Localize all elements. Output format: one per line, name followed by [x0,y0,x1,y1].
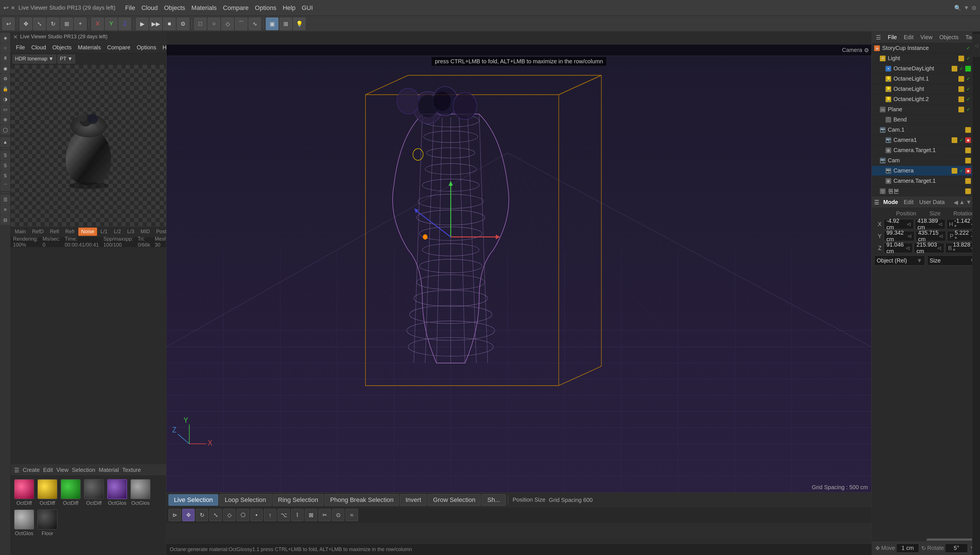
mat-item-5[interactable]: OctGlos [130,479,151,506]
mat-create-btn[interactable]: Create [23,467,40,473]
mat-edit-btn[interactable]: Edit [43,467,53,473]
object-rel-dropdown[interactable]: Object (Rel) ▼ [874,255,925,266]
tc-camera-ctrl[interactable]: ◉ [965,137,971,143]
tc-check-ol1[interactable]: ✓ [965,76,971,82]
size-z-field[interactable]: 215.903 cm ⊲ [914,243,944,253]
size-x-field[interactable]: 418.389 cm ⊲ [915,219,945,229]
props-arrow-up[interactable]: ▲ [959,199,965,206]
tool-bevel-icon[interactable]: ⌥ [277,509,290,521]
tool-smooth-icon[interactable]: ≈ [346,509,358,521]
tool-magnet-icon[interactable]: ⊙ [332,509,345,521]
sphere-btn[interactable]: ○ [208,18,220,30]
mat-item-3[interactable]: OctDiff [84,479,104,506]
tc-green-dl[interactable] [965,66,971,72]
undo-icon[interactable]: ↩ [3,4,8,12]
sidebar-layer2-btn[interactable]: ≡ [0,205,10,215]
edge-btn-1[interactable]: ◁ [973,34,980,57]
sidebar-s2-btn[interactable]: S [0,161,10,170]
tc-check-dl[interactable]: ✓ [958,66,964,72]
ring-selection-btn[interactable]: Ring Selection [273,494,324,505]
tree-item-octanelight1[interactable]: 💡 OctaneLight.1 ✓ [872,74,980,84]
sidebar-lock-btn[interactable]: 🔒 [0,84,10,94]
mat-item-2[interactable]: OctDiff [61,479,80,506]
tc-check-si[interactable]: ✓ [965,45,971,51]
tool-poly-icon[interactable]: ◇ [223,509,236,521]
transform-btn[interactable]: ⊞ [61,18,73,30]
cube-btn[interactable]: □ [194,18,207,30]
tree-item-light[interactable]: ☀ Light ✓ [872,53,980,64]
props-hamburger-icon[interactable]: ☰ [874,199,879,206]
rph-view[interactable]: View [919,34,934,41]
viewport-canvas[interactable]: X Y Z Grid Spacing : 500 cm [167,56,871,492]
footer-rotate-input[interactable]: 5° [945,544,968,553]
tool-bridge-icon[interactable]: ⌇ [291,509,303,521]
app-close-icon[interactable]: ✕ [11,5,15,11]
rph-edit[interactable]: Edit [902,34,915,41]
tree-item-camera[interactable]: 📷 Camera ✓ ◉ ⊕ [872,166,980,176]
sidebar-s3-btn[interactable]: S [0,171,10,181]
tree-item-cam[interactable]: 📷 Cam ✓ [872,156,980,166]
invert-btn[interactable]: Invert [400,494,427,505]
menu-options[interactable]: Options [252,3,279,13]
live-selection-btn[interactable]: Live Selection [168,494,218,505]
render-btn[interactable]: ▶ [136,18,148,30]
tc-yellow-cam1[interactable] [965,127,971,133]
menu-gui[interactable]: GUI [299,3,316,13]
tree-item-bend[interactable]: ⌒ Bend [872,115,980,125]
search-icon[interactable]: 🔍 [954,5,961,11]
props-tab-userdata[interactable]: User Data [917,198,946,206]
tool-vertex-icon[interactable]: • [250,509,263,521]
mat-selection-btn[interactable]: Selection [72,467,95,473]
octane-close-icon[interactable]: ✕ [13,34,18,40]
stop-btn[interactable]: ■ [163,18,176,30]
viewport[interactable]: Camera ⚙ press CTRL+LMB to fold, ALT+LMB… [166,44,872,492]
rotate-tool-btn[interactable]: ↻ [47,18,59,30]
tc-check-camera1[interactable]: ✓ [958,137,964,143]
tool-knife-icon[interactable]: ✂ [318,509,331,521]
sidebar-freeform-btn[interactable]: ◯ [0,125,10,135]
scale-tool-btn[interactable]: ⤡ [33,18,46,30]
menu-materials[interactable]: Materials [189,3,220,13]
tc-yellow-ol1[interactable] [958,76,964,82]
rph-objects[interactable]: Objects [938,34,961,41]
oct-menu-materials[interactable]: Materials [75,43,104,52]
tc-yellow-light[interactable] [958,56,964,61]
tool-rotate-icon[interactable]: ↻ [196,509,208,521]
select-btn[interactable]: ▣ [266,18,278,30]
tree-item-camtarget1[interactable]: ⊕ Camera.Target.1 ✓ [872,145,980,156]
pos-z-field[interactable]: 91.046 cm ⊲ [884,243,913,253]
oct-menu-compare[interactable]: Compare [104,43,133,52]
tc-check-ol2[interactable]: ✓ [965,96,971,102]
z-axis-btn[interactable]: Z [119,18,131,30]
sidebar-bend-btn[interactable]: ⌒ [0,181,10,191]
tc-check-plane[interactable]: ✓ [965,107,971,112]
oct-tab-l2[interactable]: L/2 [111,228,124,236]
grow-selection-btn[interactable]: Grow Selection [428,494,481,505]
pos-x-field[interactable]: -4.92 cm ⊲ [884,219,914,229]
sidebar-select2-btn[interactable]: ⊕ [0,115,10,124]
size-dropdown[interactable]: Size ▼ [927,255,978,266]
sidebar-obj-btn[interactable]: ○ [0,43,10,53]
tree-item-cam1[interactable]: 📷 Cam.1 ✓ [872,125,980,135]
tree-item-octanelight[interactable]: 💡 OctaneLight ✓ [872,84,980,94]
oct-tab-noise[interactable]: Noise [78,228,97,236]
tree-item-octanelight2[interactable]: 💡 OctaneLight.2 ✓ [872,94,980,104]
oct-tab-l3[interactable]: L/3 [124,228,137,236]
tc-yellow-dl[interactable] [952,66,957,72]
mat-item-1[interactable]: OctDiff [37,479,57,506]
tool-select-icon[interactable]: ⊳ [168,509,181,521]
rph-file[interactable]: File [886,34,898,41]
tree-item-camera1[interactable]: 📷 Camera1 ✓ ◉ ⊕ [872,135,980,145]
pos-y-field[interactable]: 99.342 cm ⊲ [884,231,914,241]
tc-check-camera[interactable]: ✓ [958,168,964,174]
tc-yellow-ol[interactable] [958,86,964,92]
footer-move-input[interactable]: 1 cm [896,544,919,553]
tc-yellow-cam[interactable] [965,158,971,164]
sidebar-gear-btn[interactable]: ⚙ [0,74,10,83]
tc-yellow-ct2[interactable] [965,178,971,184]
oct-menu-file[interactable]: File [13,43,28,52]
props-arrow-left[interactable]: ◀ [954,199,958,206]
tree-item-wonbon[interactable]: ▽ 원본 ✓ [872,186,980,196]
mat-item-4[interactable]: OctGlos [107,479,127,506]
add-obj-btn[interactable]: + [74,18,87,30]
